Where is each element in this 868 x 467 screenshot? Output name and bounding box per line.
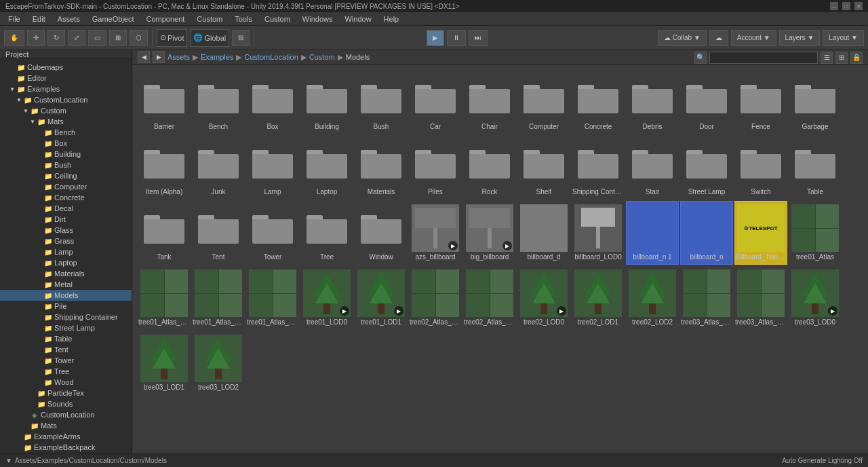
asset-model-big-billboard[interactable]: ▶big_billboard [463,201,516,265]
tool-hand[interactable]: ✋ [4,30,24,46]
tool-rotate[interactable]: ↻ [47,30,65,46]
asset-folder-materials[interactable]: Materials [355,136,408,200]
asset-folder-box[interactable]: Box [246,71,299,134]
asset-folder-door[interactable]: Door [680,71,733,134]
play-overlay-icon[interactable]: ▶ [340,306,349,316]
tool-scale[interactable]: ⤢ [68,30,85,46]
view-btn[interactable]: ⊞ [835,52,848,64]
pause-btn[interactable]: ⏸ [447,30,466,46]
asset-model-billboard-n-1[interactable]: billboard_n 1 [626,201,679,265]
asset-model-azs-billboard[interactable]: ▶azs_billboard [409,201,462,265]
tool-extra1[interactable]: ⬡ [130,30,148,46]
sidebar-item-table[interactable]: 📁Table [0,333,132,344]
asset-folder-computer[interactable]: Computer [517,71,570,134]
asset-model-tree02-atlas-bi---[interactable]: tree02_Atlas_Bi... [409,266,462,330]
breadcrumb-back[interactable]: ◀ [138,51,150,63]
menu-file[interactable]: File [3,14,26,24]
sidebar-item-customlocation[interactable]: ◆CustomLocation [0,409,132,420]
sidebar-item-dirt[interactable]: 📁Dirt [0,214,132,225]
asset-model-tree01-atlas-bib---[interactable]: tree01_Atlas_Bib... [192,266,245,330]
asset-folder-chair[interactable]: Chair [463,71,516,134]
breadcrumb-forward[interactable]: ▶ [153,51,165,63]
sidebar-item-customlocation[interactable]: ▼📁CustomLocation [0,94,132,105]
menu-custom[interactable]: Custom [191,14,228,24]
lock-btn[interactable]: 🔒 [850,52,863,64]
asset-folder-shelf[interactable]: Shelf [517,136,570,200]
asset-folder-concrete[interactable]: Concrete [572,71,625,134]
sidebar-item-examples[interactable]: ▼📁Examples [0,83,132,94]
asset-folder-tower[interactable]: Tower [246,201,299,265]
filter-btn[interactable]: ☰ [821,52,833,64]
asset-model-tree03-lod0[interactable]: ▶tree03_LOD0 [789,266,842,330]
asset-model-tree03-atlas-bi---[interactable]: tree03_Atlas_Bi... [734,266,787,330]
asset-folder-rock[interactable]: Rock [463,136,516,200]
sidebar-item-models[interactable]: 📁Models [0,290,132,301]
sidebar-item-editor[interactable]: 📁Editor [0,73,132,83]
play-overlay-icon[interactable]: ▶ [557,306,566,316]
asset-model-billboard-lod0[interactable]: billboard_LOD0 [572,201,625,265]
account-btn[interactable]: Account ▼ [731,30,776,46]
play-overlay-icon[interactable]: ▶ [448,241,458,250]
asset-folder-piles[interactable]: Piles [409,136,462,200]
asset-model-tree02-atlas-bi---[interactable]: tree02_Atlas_Bi... [463,266,516,330]
menu-help[interactable]: Help [378,14,405,24]
asset-model-tree03-atlas-bi---[interactable]: tree03_Atlas_Bi... [680,266,733,330]
sidebar-item-examplebackpack[interactable]: 📁ExampleBackpack [0,442,132,453]
sidebar-item-particletex[interactable]: 📁ParticleTex [0,388,132,398]
menu-assets[interactable]: Assets [52,14,85,24]
tool-rect[interactable]: ▭ [88,30,106,46]
play-overlay-icon[interactable]: ▶ [394,306,403,316]
asset-model-billboard-n[interactable]: billboard_n [680,201,733,265]
asset-model-tree01-atlas-bib---[interactable]: tree01_Atlas_Bib... [138,266,191,330]
sidebar-item-ceiling[interactable]: 📁Ceiling [0,170,132,181]
cloud-btn[interactable]: ☁ [709,30,728,46]
asset-folder-item-(alpha)[interactable]: Item (Alpha) [138,136,191,200]
asset-folder-table[interactable]: Table [789,136,842,200]
menu-edit[interactable]: Edit [27,14,51,24]
search-toggle-btn[interactable]: 🔍 [694,52,707,64]
asset-model-tree01-atlas-no---[interactable]: tree01_Atlas_No... [246,266,299,330]
tool-transform[interactable]: ⊞ [109,30,127,46]
asset-model-tree02-lod2[interactable]: tree02_LOD2 [626,266,679,330]
asset-model-tree02-lod1[interactable]: tree02_LOD1 [572,266,625,330]
tool-move[interactable]: ✛ [27,30,45,46]
sidebar-item-materials[interactable]: 📁Materials [0,268,132,279]
asset-folder-stair[interactable]: Stair [626,136,679,200]
sidebar-item-building[interactable]: 📁Building [0,149,132,160]
asset-model-tree02-lod0[interactable]: ▶tree02_LOD0 [517,266,570,330]
asset-model-tree01-lod0[interactable]: ▶tree01_LOD0 [300,266,353,330]
collab-btn[interactable]: ☁ Collab ▼ [658,30,707,46]
step-btn[interactable]: ⏭ [469,30,488,46]
asset-model-tree01-atlas[interactable]: tree01_Atlas [789,201,842,265]
breadcrumb-examples[interactable]: Examples [201,53,233,61]
tool-extra2[interactable]: ⊟ [232,30,250,46]
asset-folder-tent[interactable]: Tent [192,201,245,265]
sidebar-item-metal[interactable]: 📁Metal [0,279,132,290]
minimize-btn[interactable]: — [830,2,838,10]
asset-folder-bench[interactable]: Bench [192,71,245,134]
play-btn[interactable]: ▶ [427,30,444,46]
sidebar-item-pile[interactable]: 📁Pile [0,301,132,312]
sidebar-item-mats[interactable]: ▼📁Mats [0,116,132,127]
sidebar-item-custom[interactable]: ▼📁Custom [0,105,132,116]
sidebar-item-bench[interactable]: 📁Bench [0,127,132,138]
sidebar-item-wood[interactable]: 📁Wood [0,377,132,388]
sidebar-item-cubemaps[interactable]: 📁Cubemaps [0,62,132,73]
menu-component[interactable]: Component [140,14,190,24]
search-input[interactable] [709,52,818,64]
asset-model-tree03-lod1[interactable]: tree03_LOD1 [138,331,191,395]
sidebar-item-sounds[interactable]: 📁Sounds [0,398,132,409]
asset-folder-tree[interactable]: Tree [300,201,353,265]
sidebar-item-street-lamp[interactable]: 📁Street Lamp [0,322,132,333]
asset-folder-switch[interactable]: Switch [734,136,787,200]
asset-model-tree01-lod1[interactable]: ▶tree01_LOD1 [355,266,408,330]
sidebar-item-examplearms[interactable]: 📁ExampleArms [0,431,132,442]
sidebar-item-decal[interactable]: 📁Decal [0,203,132,214]
asset-folder-shipping-container[interactable]: Shipping Container [572,136,625,200]
sidebar-item-laptop[interactable]: 📁Laptop [0,257,132,268]
asset-model-billboard-telespot[interactable]: ⊙TELESPOTBillboard_Telespot [734,201,787,265]
maximize-btn[interactable]: □ [842,2,850,10]
sidebar-item-glass[interactable]: 📁Glass [0,225,132,236]
sidebar-item-bush[interactable]: 📁Bush [0,160,132,170]
breadcrumb-customlocation[interactable]: CustomLocation [244,53,298,61]
